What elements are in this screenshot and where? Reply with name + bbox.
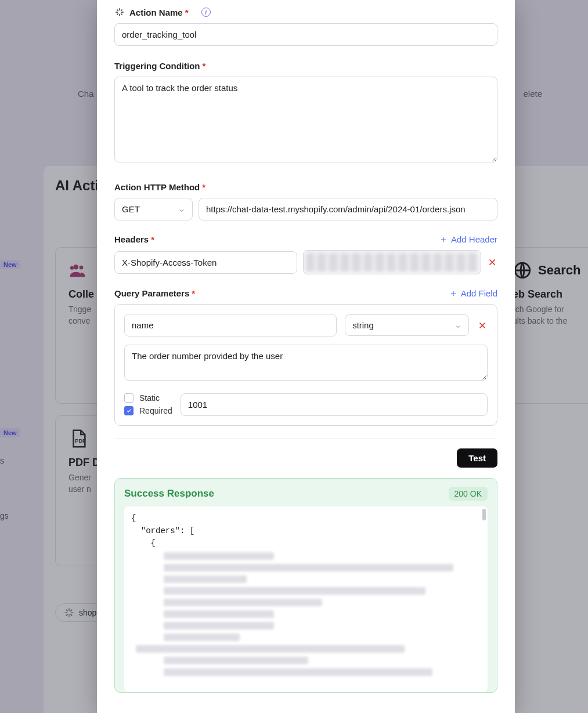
response-body[interactable]: { "orders": [ { (124, 506, 488, 692)
required-checkbox-label: Required (139, 406, 172, 415)
test-button[interactable]: Test (457, 448, 497, 468)
chevron-down-icon (178, 206, 185, 213)
status-badge: 200 OK (449, 487, 488, 501)
scrollbar-thumb[interactable] (482, 509, 486, 520)
required-asterisk: * (202, 61, 205, 71)
param-default-input[interactable] (181, 393, 488, 416)
required-checkbox[interactable] (124, 406, 134, 415)
delete-header-button[interactable] (487, 257, 497, 267)
sparkle-icon (114, 7, 125, 17)
response-json-line: { (131, 537, 481, 550)
http-method-label: Action HTTP Method (114, 182, 200, 192)
static-checkbox-label: Static (139, 393, 160, 403)
param-type-select[interactable]: string (345, 314, 469, 336)
response-json-line: { (131, 512, 481, 525)
http-method-select[interactable]: GET (114, 198, 193, 220)
header-value-input-redacted[interactable] (303, 250, 481, 274)
action-name-input[interactable] (114, 23, 497, 46)
success-response-panel: Success Response 200 OK { "orders": [ { (114, 478, 497, 693)
required-asterisk: * (202, 182, 205, 192)
header-key-input[interactable] (114, 251, 297, 274)
required-asterisk: * (185, 8, 189, 17)
http-method-value: GET (122, 204, 140, 214)
action-name-label: Action Name (129, 8, 183, 17)
chevron-down-icon (454, 322, 461, 329)
required-asterisk: * (151, 234, 154, 244)
query-parameter-card: string The order number provided by the … (114, 304, 497, 426)
triggering-condition-label: Triggering Condition (114, 61, 200, 71)
query-parameters-label: Query Parameters (114, 288, 189, 298)
plus-icon (439, 236, 448, 244)
delete-param-button[interactable] (477, 320, 488, 331)
response-json-line: "orders": [ (131, 525, 481, 538)
response-redacted-lines (136, 552, 481, 676)
action-config-modal: Action Name* i Triggering Condition* A t… (97, 0, 515, 713)
param-name-input[interactable] (124, 314, 337, 336)
section-divider (114, 439, 497, 439)
add-header-button[interactable]: Add Header (439, 234, 497, 244)
static-checkbox[interactable] (124, 393, 134, 403)
param-type-value: string (352, 320, 374, 330)
response-title: Success Response (124, 488, 214, 500)
add-field-button[interactable]: Add Field (449, 288, 497, 298)
param-description-input[interactable]: The order number provided by the user (124, 345, 488, 381)
triggering-condition-input[interactable]: A tool to track the order status (114, 77, 497, 162)
required-asterisk: * (192, 288, 195, 298)
endpoint-url-input[interactable] (199, 198, 497, 220)
headers-label: Headers (114, 234, 149, 244)
plus-icon (449, 289, 457, 298)
info-icon[interactable]: i (201, 8, 211, 17)
